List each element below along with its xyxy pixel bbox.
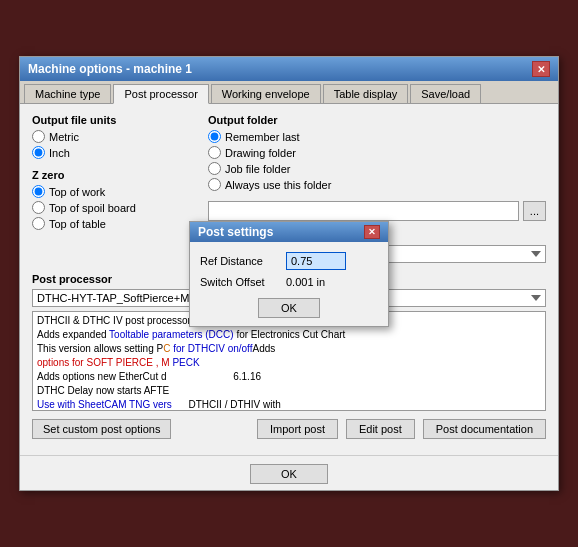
modal-ok-button[interactable]: OK [258,298,320,318]
switch-offset-value: 0.001 in [286,276,325,288]
modal-title-text: Post settings [198,225,273,239]
modal-title-bar: Post settings ✕ [190,222,388,242]
post-settings-modal: Post settings ✕ Ref Distance Switch Offs… [189,221,389,327]
modal-close-button[interactable]: ✕ [364,225,380,239]
ref-distance-row: Ref Distance [200,252,378,270]
switch-offset-row: Switch Offset 0.001 in [200,276,378,288]
switch-offset-label: Switch Offset [200,276,280,288]
modal-body: Ref Distance Switch Offset 0.001 in OK [190,242,388,326]
modal-ok-row: OK [200,294,378,318]
ref-distance-label: Ref Distance [200,255,280,267]
ref-distance-input[interactable] [286,252,346,270]
modal-overlay: Post settings ✕ Ref Distance Switch Offs… [19,56,559,491]
